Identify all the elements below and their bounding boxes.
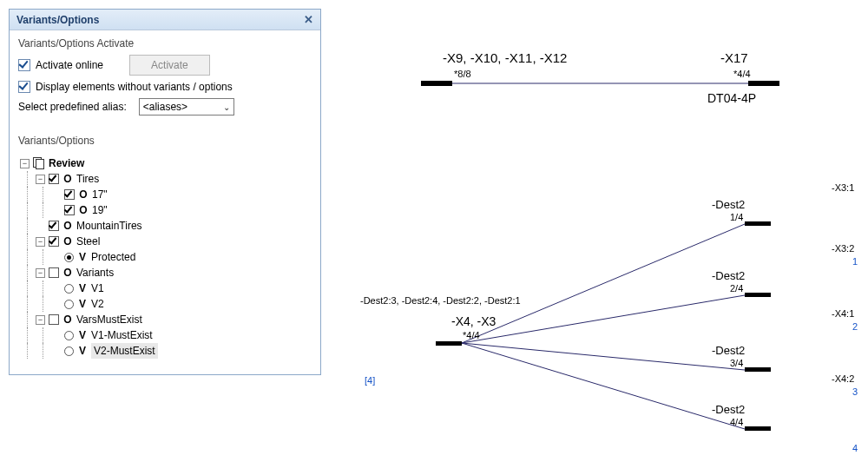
top-right-sub: *4/4 <box>733 69 751 79</box>
variants-panel: Variants/Options ✕ Variants/Options Acti… <box>9 9 321 375</box>
node-protected[interactable]: V Protected <box>20 249 310 265</box>
dest2-2: -Dest2 <box>712 269 745 282</box>
marker-label: [4] <box>365 375 375 386</box>
display-without-checkbox[interactable] <box>18 81 30 93</box>
v1-radio[interactable] <box>64 284 74 294</box>
v1m-radio[interactable] <box>64 331 74 340</box>
option-icon: O <box>62 312 73 327</box>
variant-icon: V <box>77 327 88 343</box>
node-steel[interactable]: − O Steel <box>20 234 310 249</box>
collapse-icon[interactable]: − <box>20 159 30 168</box>
tires-checkbox[interactable] <box>49 174 59 184</box>
svg-rect-0 <box>421 81 452 86</box>
svg-line-4 <box>462 224 745 343</box>
variant-icon: V <box>77 249 88 265</box>
mountain-label: MountainTires <box>76 218 142 234</box>
option-icon: O <box>62 171 73 187</box>
edge-4: -X4:2 <box>832 373 854 384</box>
alias-label: Select predefined alias: <box>18 101 127 113</box>
node-19[interactable]: O 19" <box>20 202 310 218</box>
option-icon: O <box>62 234 73 249</box>
variants-tree: − Review − O Tires O 17" O <box>18 152 312 364</box>
document-stack-icon <box>33 157 45 169</box>
dt-label: DT04-4P <box>707 91 756 105</box>
node-v2m[interactable]: V V2-MustExist <box>20 343 310 359</box>
collapse-icon[interactable]: − <box>36 268 45 278</box>
dest2-2-sub: 2/4 <box>730 283 743 294</box>
tree-root[interactable]: − Review <box>20 155 310 171</box>
top-left-sub: *8/8 <box>454 69 471 79</box>
node-tires[interactable]: − O Tires <box>20 171 310 187</box>
collapse-icon[interactable]: − <box>36 315 45 325</box>
root-label: Review <box>49 155 84 171</box>
chevron-down-icon: ⌄ <box>223 102 230 112</box>
panel-title-text: Variants/Options <box>16 14 99 26</box>
tires-label: Tires <box>76 171 99 187</box>
c19-checkbox[interactable] <box>64 205 75 215</box>
center-sub: *4/4 <box>463 330 480 340</box>
variant-icon: V <box>77 343 88 359</box>
svg-rect-11 <box>745 426 771 431</box>
svg-line-6 <box>462 343 745 370</box>
v2m-label: V2-MustExist <box>91 343 158 359</box>
schematic-svg <box>347 0 868 462</box>
dest2-1: -Dest2 <box>712 198 745 211</box>
node-varsmust[interactable]: − O VarsMustExist <box>20 312 310 327</box>
svg-rect-3 <box>436 341 462 346</box>
node-v1[interactable]: V V1 <box>20 280 310 296</box>
activate-section-label: Variants/Options Activate <box>18 37 312 50</box>
activate-online-checkbox[interactable] <box>18 59 30 71</box>
top-left-label: -X9, -X10, -X11, -X12 <box>443 50 567 65</box>
display-without-label: Display elements without variants / opti… <box>36 81 233 93</box>
c17-checkbox[interactable] <box>64 189 75 200</box>
edge-2: -X3:2 <box>832 243 854 254</box>
steel-label: Steel <box>76 234 100 249</box>
activate-online-label: Activate online <box>36 59 103 71</box>
varsmust-checkbox[interactable] <box>49 314 59 325</box>
panel-titlebar[interactable]: Variants/Options ✕ <box>10 10 320 30</box>
tree-header: Variants/Options <box>18 135 312 147</box>
activate-button[interactable]: Activate <box>129 55 210 76</box>
option-icon: O <box>78 187 89 202</box>
collapse-icon[interactable]: − <box>36 237 45 247</box>
schematic-canvas: -X9, -X10, -X11, -X12 *8/8 -X17 *4/4 DT0… <box>347 0 868 462</box>
node-v2[interactable]: V V2 <box>20 296 310 312</box>
dest2-3-sub: 3/4 <box>730 358 743 368</box>
node-v1m[interactable]: V V1-MustExist <box>20 327 310 343</box>
variants-checkbox[interactable] <box>49 267 59 278</box>
node-mountain[interactable]: O MountainTires <box>20 218 310 234</box>
variant-icon: V <box>77 280 88 296</box>
protected-radio[interactable] <box>64 253 74 262</box>
dest2-4-sub: 4/4 <box>730 417 743 427</box>
variants-label: Variants <box>76 265 114 280</box>
edge-4n: 3 <box>852 386 858 397</box>
v2-radio[interactable] <box>64 300 74 309</box>
dest2-4: -Dest2 <box>712 403 745 416</box>
edge-5n: 4 <box>852 443 858 453</box>
node-17[interactable]: O 17" <box>20 187 310 202</box>
node-variants[interactable]: − O Variants <box>20 265 310 280</box>
edge-1: -X3:1 <box>832 182 854 193</box>
bundle-label: -Dest2:3, -Dest2:4, -Dest2:2, -Dest2:1 <box>360 295 521 306</box>
v1m-label: V1-MustExist <box>91 327 153 343</box>
collapse-icon[interactable]: − <box>36 175 45 184</box>
mountain-checkbox[interactable] <box>49 221 59 231</box>
alias-value: <aliases> <box>143 101 187 113</box>
edge-3: -X4:1 <box>832 308 854 319</box>
v2-label: V2 <box>91 296 104 312</box>
top-right-label: -X17 <box>720 50 748 65</box>
edge-2n: 1 <box>852 256 858 267</box>
option-icon: O <box>78 202 89 218</box>
c17-label: 17" <box>92 187 108 202</box>
v2m-radio[interactable] <box>64 346 74 356</box>
varsmust-label: VarsMustExist <box>76 312 142 327</box>
close-icon[interactable]: ✕ <box>304 13 313 26</box>
dest2-3: -Dest2 <box>712 344 745 357</box>
c19-label: 19" <box>92 202 108 218</box>
svg-line-7 <box>462 343 745 429</box>
edge-3n: 2 <box>852 321 858 332</box>
svg-rect-9 <box>745 293 771 297</box>
alias-select[interactable]: <aliases> ⌄ <box>139 98 234 116</box>
steel-checkbox[interactable] <box>49 236 59 247</box>
center-label: -X4, -X3 <box>451 314 496 328</box>
